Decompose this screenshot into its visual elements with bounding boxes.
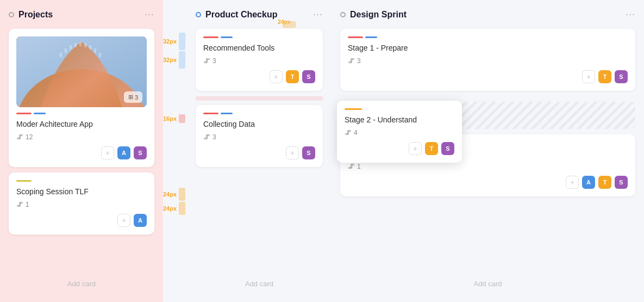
ruler-block-24-1 (179, 188, 185, 201)
add-member-btn-stage3[interactable]: + (566, 176, 579, 189)
add-member-btn-arch[interactable]: + (101, 146, 114, 159)
svg-rect-5 (74, 43, 77, 47)
avatar-t-stage2[interactable]: T (425, 142, 438, 155)
add-member-btn-stage1[interactable]: + (582, 70, 595, 83)
svg-rect-9 (94, 48, 96, 53)
card-image-arch: ⊞ 3 (16, 36, 147, 107)
svg-rect-4 (70, 45, 72, 50)
accent-blue-arch (34, 113, 46, 114)
card-accent-arch (16, 113, 147, 114)
attachment-count-stage1: 3 (357, 57, 361, 65)
attachment-icon-collecting: 🖇 (203, 133, 210, 141)
pink-ruler-between (196, 96, 323, 101)
card-title-tools: Recommended Tools (203, 44, 315, 52)
grid-icon: ⊞ (128, 94, 133, 101)
svg-rect-7 (84, 43, 86, 47)
card-meta-tools: 🖇 3 (203, 57, 315, 65)
svg-rect-3 (65, 48, 67, 53)
add-member-btn-tools[interactable]: + (270, 70, 283, 83)
spacing-rulers-2: 16px (163, 114, 191, 124)
ruler-label-32-1: 32px (163, 38, 177, 45)
accent-blue-collecting (221, 113, 233, 114)
avatar-s-arch[interactable]: S (134, 146, 147, 159)
avatar-a-scoping[interactable]: A (134, 214, 147, 227)
column-header-design: Design Sprint ··· (340, 9, 635, 20)
attachment-count-arch: 12 (26, 133, 33, 141)
card-recommended-tools: 24px Recommended Tools 🖇 3 + T S (196, 29, 323, 91)
avatar-s-collecting[interactable]: S (302, 146, 315, 159)
avatar-t-stage3[interactable]: T (598, 176, 611, 189)
card-footer-scoping: + A (16, 214, 147, 227)
avatar-s-stage2[interactable]: S (441, 142, 454, 155)
column-more-projects[interactable]: ··· (145, 9, 154, 20)
avatar-t-tools[interactable]: T (286, 70, 299, 83)
accent-red-tools (203, 36, 218, 38)
ruler-block-32-1 (179, 33, 185, 50)
avatar-s-tools[interactable]: S (302, 70, 315, 83)
card-title-stage1: Stage 1 - Prepare (348, 44, 628, 52)
attachment-icon-scoping: 🖇 (16, 200, 23, 208)
accent-red-arch (16, 113, 32, 114)
add-member-btn-stage2[interactable]: + (409, 142, 422, 155)
ruler-label-24-2: 24px (163, 205, 177, 212)
attachment-count-scoping: 1 (26, 201, 29, 208)
ruler-label-32-2: 32px (163, 57, 177, 63)
add-card-product[interactable]: Add card (196, 274, 323, 293)
column-more-design[interactable]: ··· (626, 9, 635, 20)
attachment-count-tools: 3 (212, 57, 216, 65)
card-stage1: Stage 1 - Prepare 🖇 3 + T S (340, 29, 635, 91)
column-design: Design Sprint ··· Stage 1 - Prepare 🖇 3 … (332, 0, 644, 302)
card-arch: ⊞ 3 Moder Achitecture App 🖇 12 + A S (9, 29, 154, 167)
attachment-icon-stage1: 🖇 (348, 57, 355, 65)
ruler-block-16 (179, 114, 185, 123)
column-header-projects: Projects ··· (9, 9, 154, 20)
column-title-product: Product Checkup (205, 10, 313, 20)
spacing-rulers-3: 24px 24px (163, 188, 191, 215)
add-member-btn-scoping[interactable]: + (117, 214, 130, 227)
card-footer-stage3: + A T S (348, 176, 628, 189)
svg-rect-10 (99, 53, 101, 57)
spacing-rulers: 32px 32px (163, 33, 191, 70)
column-header-product: Product Checkup ··· (196, 9, 323, 20)
card-meta-collecting: 🖇 3 (203, 133, 315, 141)
card-accent-stage1 (348, 36, 628, 38)
attachment-icon-stage2: 🖇 (345, 128, 352, 137)
column-more-product[interactable]: ··· (313, 9, 323, 20)
card-footer-tools: + T S (203, 70, 315, 83)
card-title-scoping: Scoping Session TLF (16, 187, 147, 196)
card-title-arch: Moder Achitecture App (16, 120, 147, 128)
column-title-design: Design Sprint (350, 10, 626, 20)
avatar-a-arch[interactable]: A (117, 146, 130, 159)
add-card-design[interactable]: Add card (340, 274, 635, 293)
accent-red-stage1 (348, 36, 363, 38)
column-projects: Projects ··· (0, 0, 163, 302)
spacing-block-top (283, 21, 296, 28)
add-member-btn-collecting[interactable]: + (286, 146, 299, 159)
svg-rect-8 (89, 45, 91, 50)
avatar-a-stage3[interactable]: A (582, 176, 595, 189)
column-product: 32px 32px 16px 24px 24px (163, 0, 332, 302)
card-image-overlay: ⊞ 3 (124, 91, 142, 103)
add-card-projects[interactable]: Add card (9, 274, 154, 293)
popup-footer-stage2: + T S (345, 142, 454, 155)
accent-blue-tools (221, 36, 233, 38)
ruler-label-16: 16px (163, 115, 177, 122)
card-scoping: Scoping Session TLF 🖇 1 + A (9, 172, 154, 235)
column-dot-product (196, 12, 201, 17)
attachment-icon-tools: 🖇 (203, 57, 210, 65)
attachment-count-collecting: 3 (212, 133, 216, 141)
avatar-t-stage1[interactable]: T (598, 70, 611, 83)
card-accent-tools (203, 36, 315, 38)
ruler-block-24-2 (179, 202, 185, 215)
card-meta-arch: 🖇 12 (16, 133, 147, 141)
avatar-s-stage1[interactable]: S (615, 70, 628, 83)
board: Projects ··· (0, 0, 644, 302)
card-accent-collecting (203, 113, 315, 114)
ruler-block-32-2 (179, 51, 185, 69)
card-footer-arch: + A S (16, 146, 147, 159)
ruler-label-24-1: 24px (163, 191, 177, 198)
avatar-s-stage3[interactable]: S (615, 176, 628, 189)
popup-meta-stage2: 🖇 4 (345, 128, 454, 137)
accent-yellow-scoping (16, 180, 32, 182)
attachment-icon-arch: 🖇 (16, 133, 23, 141)
